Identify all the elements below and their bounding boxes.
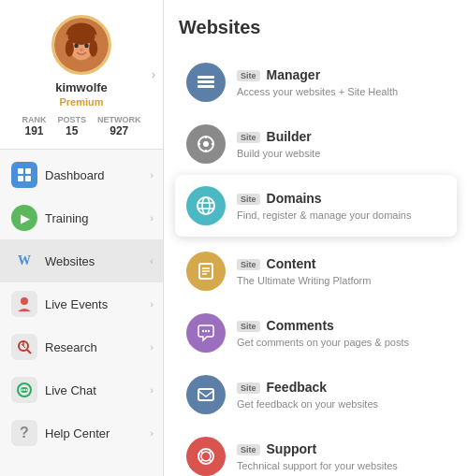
svg-point-9	[80, 49, 83, 51]
site-item-support[interactable]: SiteSupportTechnical support for your we…	[179, 427, 453, 476]
svg-point-22	[23, 389, 25, 391]
site-item-manager[interactable]: SiteManagerAccess your websites + Site H…	[179, 53, 453, 111]
site-item-domains[interactable]: SiteDomainsFind, register & manage your …	[175, 175, 457, 237]
manager-desc: Access your websites + Site Health	[237, 86, 446, 97]
domains-name-row: SiteDomains	[237, 191, 446, 208]
live-chat-icon	[11, 377, 37, 403]
svg-line-16	[27, 350, 31, 353]
svg-rect-12	[18, 176, 23, 181]
svg-rect-11	[25, 168, 31, 174]
nav-arrow-training: ›	[150, 212, 154, 224]
svg-line-49	[201, 459, 204, 462]
svg-line-47	[201, 452, 204, 454]
site-item-builder[interactable]: SiteBuilderBuild your website	[179, 115, 453, 173]
feedback-text: SiteFeedbackGet feedback on your website…	[237, 380, 446, 410]
svg-point-8	[84, 44, 89, 49]
comments-tag: Site	[237, 321, 260, 332]
svg-point-42	[205, 330, 207, 332]
svg-rect-25	[197, 80, 214, 83]
manager-icon	[186, 63, 226, 102]
sidebar-item-help-center[interactable]: ? Help Center ›	[0, 411, 163, 454]
domains-tag: Site	[237, 194, 260, 205]
nav-arrow-websites: ‹	[150, 255, 154, 267]
svg-point-41	[202, 330, 204, 332]
stat-network-label: Network	[97, 115, 141, 124]
profile-arrow-icon: ›	[152, 68, 155, 81]
stat-network-value: 927	[110, 124, 128, 137]
sidebar-item-research[interactable]: Research ›	[0, 325, 163, 368]
svg-rect-44	[198, 389, 213, 400]
builder-name-row: SiteBuilder	[237, 129, 446, 146]
page-title: Websites	[179, 17, 453, 38]
comments-icon	[186, 313, 226, 353]
support-name: Support	[267, 441, 317, 456]
comments-desc: Get comments on your pages & posts	[237, 337, 446, 348]
feedback-name: Feedback	[267, 380, 328, 395]
svg-point-7	[74, 44, 79, 49]
nav-arrow-help-center: ›	[150, 427, 154, 439]
help-icon: ?	[11, 420, 37, 446]
svg-line-48	[209, 452, 212, 454]
sidebar-item-training[interactable]: ▶ Training ›	[0, 196, 163, 239]
nav-list: Dashboard › ▶ Training › W Websites ‹ Li…	[0, 150, 163, 476]
research-icon	[11, 334, 37, 360]
content-name: Content	[267, 256, 316, 271]
svg-point-6	[68, 28, 95, 45]
nav-arrow-dashboard: ›	[150, 169, 154, 180]
manager-name: Manager	[267, 67, 321, 82]
feedback-tag: Site	[237, 382, 260, 394]
svg-point-34	[202, 197, 210, 214]
manager-name-row: SiteManager	[237, 67, 446, 84]
manager-tag: Site	[237, 70, 260, 81]
feedback-icon	[186, 375, 226, 414]
content-tag: Site	[237, 259, 260, 270]
svg-point-43	[208, 330, 210, 332]
comments-name-row: SiteComments	[237, 318, 446, 335]
manager-text: SiteManagerAccess your websites + Site H…	[237, 67, 446, 97]
svg-point-14	[21, 297, 28, 305]
svg-rect-13	[25, 176, 31, 181]
stats-row: Rank 191 Posts 15 Network 927	[9, 115, 154, 137]
content-name-row: SiteContent	[237, 256, 446, 273]
stat-rank-value: 191	[24, 124, 43, 137]
sidebar-item-websites[interactable]: W Websites ‹	[0, 239, 163, 282]
profile-section[interactable]: kimwolfe Premium Rank 191 Posts 15 Netwo…	[0, 0, 163, 150]
username: kimwolfe	[55, 80, 108, 94]
svg-rect-26	[197, 85, 214, 88]
support-desc: Technical support for your websites	[237, 460, 446, 471]
stat-posts-label: Posts	[57, 115, 86, 124]
nav-arrow-live-events: ›	[150, 298, 154, 310]
sidebar-item-label-live-chat: Live Chat	[45, 383, 150, 397]
nav-arrow-research: ›	[150, 341, 154, 353]
live-events-icon	[11, 291, 37, 317]
sidebar-item-dashboard[interactable]: Dashboard ›	[0, 153, 163, 196]
websites-icon: W	[11, 248, 37, 274]
svg-rect-10	[18, 168, 23, 174]
sidebar-item-live-events[interactable]: Live Events ›	[0, 282, 163, 325]
site-item-comments[interactable]: SiteCommentsGet comments on your pages &…	[179, 304, 453, 362]
svg-point-21	[22, 389, 23, 391]
svg-rect-24	[197, 76, 214, 79]
support-tag: Site	[237, 444, 260, 455]
svg-point-23	[26, 389, 28, 391]
training-icon: ▶	[11, 205, 37, 231]
builder-icon	[186, 124, 226, 164]
stat-posts-value: 15	[66, 124, 78, 137]
builder-tag: Site	[237, 132, 260, 143]
sidebar-item-label-training: Training	[45, 211, 150, 225]
svg-point-28	[203, 141, 209, 147]
premium-badge: Premium	[59, 96, 103, 108]
site-item-content[interactable]: SiteContentThe Ultimate Writing Platform	[179, 242, 453, 300]
sidebar-item-label-help-center: Help Center	[45, 426, 150, 440]
sidebar-item-label-websites: Websites	[45, 254, 150, 268]
stat-rank: Rank 191	[22, 115, 46, 137]
content-desc: The Ultimate Writing Platform	[237, 275, 446, 286]
builder-name: Builder	[267, 129, 312, 144]
svg-line-50	[209, 459, 212, 462]
domains-icon	[186, 186, 226, 225]
sidebar-item-live-chat[interactable]: Live Chat ›	[0, 368, 163, 411]
comments-name: Comments	[267, 318, 334, 333]
sidebar-item-label-research: Research	[45, 340, 150, 354]
site-item-feedback[interactable]: SiteFeedbackGet feedback on your website…	[179, 366, 453, 424]
builder-text: SiteBuilderBuild your website	[237, 129, 446, 159]
